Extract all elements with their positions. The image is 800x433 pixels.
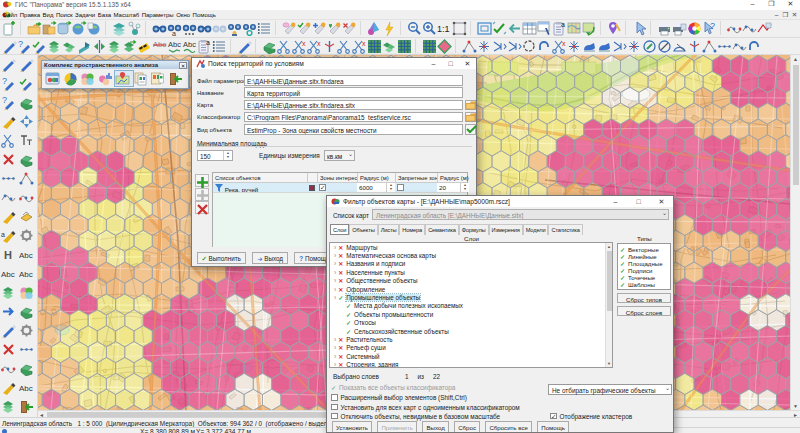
svg-text:Abc: Abc (19, 251, 33, 260)
svg-text:a: a (206, 39, 210, 46)
svg-text:Abc: Abc (19, 270, 33, 279)
svg-text:?: ? (2, 76, 7, 86)
svg-text:x: x (317, 40, 321, 47)
svg-text:a: a (1, 231, 5, 238)
svg-text:?: ? (18, 39, 23, 49)
svg-text:Abc: Abc (183, 40, 196, 49)
svg-text:Abc: Abc (1, 270, 15, 279)
svg-text:?: ? (2, 95, 7, 105)
svg-text:?: ? (710, 21, 715, 31)
svg-text:x: x (302, 40, 306, 47)
svg-text:x: x (562, 40, 566, 47)
svg-text:a: a (172, 30, 176, 36)
svg-text:Abc: Abc (19, 384, 33, 393)
svg-text:1:1: 1:1 (437, 24, 450, 34)
svg-text:H: H (4, 249, 12, 261)
svg-text:a: a (561, 21, 565, 28)
svg-text:Abc: Abc (168, 40, 181, 49)
svg-text:x: x (362, 40, 366, 47)
